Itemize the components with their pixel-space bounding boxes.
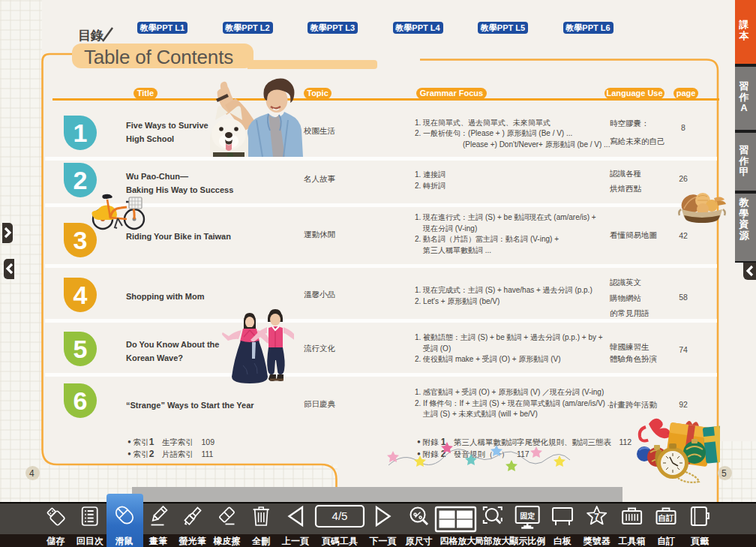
svg-text:自訂: 自訂 xyxy=(658,513,675,522)
svg-text:固定: 固定 xyxy=(520,512,535,520)
svg-text:7: 7 xyxy=(594,512,599,522)
